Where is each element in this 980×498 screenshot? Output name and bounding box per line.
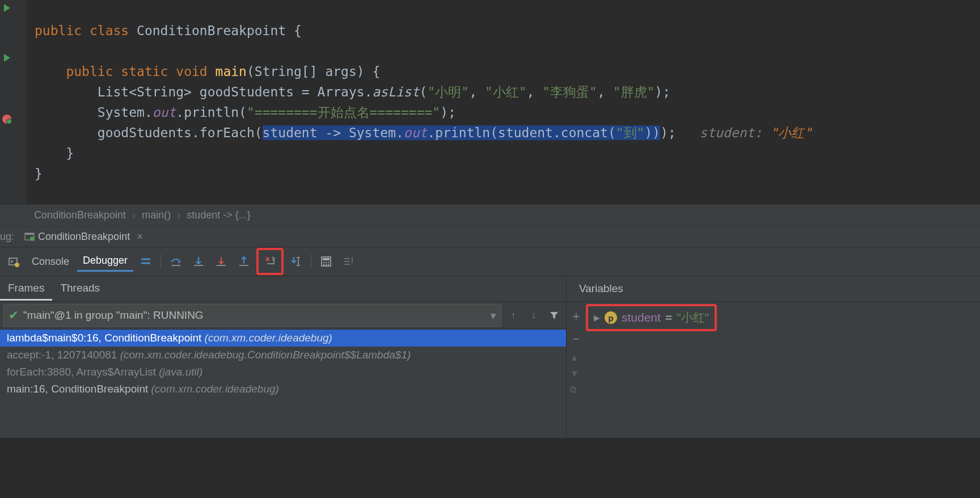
keyword: class (90, 23, 129, 38)
thread-selector-value: "main"@1 in group "main": RUNNING (23, 309, 204, 322)
op: = (294, 85, 318, 99)
keyword: public (35, 23, 82, 38)
thread-selector[interactable]: ✔ "main"@1 in group "main": RUNNING ▾ (3, 304, 501, 327)
debug-toolwindow: ug: ConditionBreakpoint × Console Debugg… (0, 226, 980, 438)
svg-point-24 (326, 264, 327, 265)
thread-selector-row: ✔ "main"@1 in group "main": RUNNING ▾ ↑ … (0, 302, 566, 330)
debug-subtabs: Frames Threads Variables (0, 276, 980, 302)
keyword: static (121, 64, 168, 79)
add-watch-icon[interactable]: ＋ (570, 307, 582, 324)
breadcrumb-item[interactable]: main() (142, 209, 171, 221)
filter-icon[interactable] (546, 307, 563, 324)
force-step-into-icon[interactable] (211, 251, 231, 272)
method-name: main (216, 64, 247, 79)
params: (String[] args) { (247, 64, 380, 79)
console-tab[interactable]: Console (26, 252, 75, 271)
expand-icon[interactable]: ▸ (594, 311, 600, 324)
drop-frame-icon[interactable] (260, 251, 280, 272)
comma: , (469, 85, 485, 99)
run-method-icon[interactable] (1, 52, 12, 64)
code-editor[interactable]: public class ConditionBreakpoint { publi… (0, 0, 980, 204)
dot: . (365, 85, 373, 99)
frame-location: lambda$main$0:16, ConditionBreakpoint (7, 332, 201, 344)
paren: ); (440, 105, 456, 120)
frame-location: forEach:3880, Arrays$ArrayList (7, 366, 156, 378)
paren: ); (660, 125, 676, 140)
move-up-icon[interactable]: ▲ (570, 353, 582, 363)
run-class-icon[interactable] (1, 2, 12, 14)
stack-frame[interactable]: forEach:3880, Arrays$ArrayList (java.uti… (0, 364, 566, 381)
run-config-tab[interactable]: ConditionBreakpoint × (20, 229, 147, 245)
debugger-tab[interactable]: Debugger (77, 251, 133, 272)
step-into-icon[interactable] (188, 251, 209, 272)
breadcrumb-item[interactable]: student -> {...} (187, 209, 251, 221)
variable-name: student (622, 311, 661, 324)
remove-watch-icon[interactable]: － (570, 330, 582, 347)
stack-frame[interactable]: lambda$main$0:16, ConditionBreakpoint (c… (0, 330, 566, 347)
copy-icon[interactable]: ⧉ (570, 385, 582, 395)
dot: . (192, 125, 200, 140)
editor-gutter (0, 0, 27, 204)
frame-package: (java.util) (159, 366, 202, 378)
run-to-cursor-icon[interactable] (286, 251, 306, 272)
stack-frame[interactable]: main:16, ConditionBreakpoint (com.xm.cod… (0, 381, 566, 398)
paren: ( (239, 105, 247, 120)
step-out-icon[interactable] (234, 251, 254, 272)
string: "李狗蛋" (542, 85, 597, 99)
highlight-drop-frame (256, 248, 284, 275)
paren: ( (420, 85, 428, 99)
keyword: void (176, 64, 207, 79)
move-down-icon[interactable]: ▼ (570, 369, 582, 379)
frame-package: (com.xm.coder.ideadebug) (151, 383, 279, 395)
paren: ); (654, 85, 670, 99)
inlay-hint-label: student: (699, 125, 762, 140)
method-call: forEach (200, 125, 255, 140)
var: goodStudents (98, 125, 192, 140)
svg-rect-1 (25, 233, 34, 235)
variable-value: "小红" (677, 310, 709, 326)
brace: } (35, 166, 43, 181)
paren: )) (644, 125, 660, 140)
variable-row[interactable]: ▸ p student = "小红" (589, 307, 713, 328)
field: out (404, 125, 428, 140)
svg-point-4 (15, 263, 19, 267)
svg-point-21 (326, 262, 327, 263)
svg-rect-19 (323, 258, 330, 260)
svg-point-22 (328, 262, 329, 263)
toolwindow-label: ug: (0, 231, 20, 243)
type: List<String> (98, 85, 192, 99)
method-call: asList (372, 85, 419, 99)
next-frame-icon[interactable]: ↓ (525, 307, 542, 324)
brace: } (66, 146, 74, 161)
output-toggle-icon[interactable] (3, 251, 24, 272)
breadcrumb-item[interactable]: ConditionBreakpoint (34, 209, 126, 221)
breakpoint-icon[interactable] (1, 113, 12, 125)
string: "小红" (485, 85, 527, 99)
variables-panel: ＋ － ▲ ▼ ⧉ ▸ p student = "小红" (567, 302, 980, 438)
frame-package: (com.xm.coder.ideadebug) (205, 332, 332, 344)
chevron-right-icon: › (132, 209, 136, 221)
code-content[interactable]: public class ConditionBreakpoint { publi… (27, 0, 812, 204)
frame-location: main:16, ConditionBreakpoint (7, 383, 148, 395)
application-icon (24, 231, 35, 242)
svg-point-2 (30, 237, 35, 241)
frames-list[interactable]: lambda$main$0:16, ConditionBreakpoint (c… (0, 330, 566, 398)
breadcrumb[interactable]: ConditionBreakpoint › main() › student -… (0, 204, 980, 226)
highlight-variable: ▸ p student = "小红" (586, 304, 717, 331)
previous-frame-icon[interactable]: ↑ (505, 307, 522, 324)
thread-dump-icon[interactable] (136, 251, 156, 272)
threads-tab[interactable]: Threads (52, 277, 108, 301)
debug-session-tabs: ug: ConditionBreakpoint × (0, 226, 980, 247)
comma: , (527, 85, 543, 99)
stack-frame[interactable]: accept:-1, 1207140081 (com.xm.coder.idea… (0, 347, 566, 364)
close-tab-icon[interactable]: × (137, 231, 143, 243)
frames-panel: ✔ "main"@1 in group "main": RUNNING ▾ ↑ … (0, 302, 567, 438)
step-over-icon[interactable] (166, 251, 186, 272)
frames-tab[interactable]: Frames (0, 277, 52, 301)
field: out (153, 105, 176, 120)
dot: . (145, 105, 153, 120)
evaluate-expression-icon[interactable] (316, 251, 336, 272)
svg-point-20 (323, 262, 324, 263)
chevron-right-icon: › (177, 209, 180, 221)
string: "胖虎" (613, 85, 655, 99)
